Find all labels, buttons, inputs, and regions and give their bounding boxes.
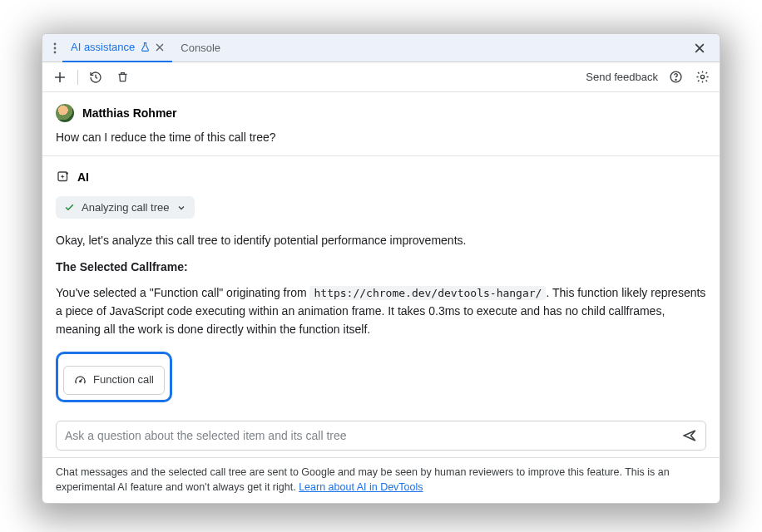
chat-input[interactable]: [65, 429, 682, 442]
devtools-panel: AI assistance Console Send feedback: [42, 33, 720, 504]
check-icon: [64, 202, 75, 213]
svg-point-1: [54, 47, 57, 49]
toolbar: Send feedback: [42, 62, 720, 92]
highlighted-chip-frame: Function call: [56, 352, 172, 401]
help-button[interactable]: [666, 68, 685, 86]
divider: [77, 70, 78, 85]
svg-point-2: [54, 51, 57, 53]
ai-response: Okay, let's analyze this call tree to id…: [56, 232, 706, 402]
gauge-icon: [74, 374, 87, 387]
settings-button[interactable]: [693, 68, 711, 86]
new-chat-button[interactable]: [51, 68, 69, 86]
delete-button[interactable]: [113, 68, 131, 86]
history-button[interactable]: [87, 68, 105, 86]
ai-header: AI: [56, 170, 706, 185]
section-heading: The Selected Callframe:: [56, 260, 188, 273]
svg-point-7: [80, 381, 82, 382]
learn-more-link[interactable]: Learn about AI in DevTools: [299, 481, 423, 493]
user-header: Matthias Rohmer: [56, 104, 706, 122]
flask-icon: [140, 42, 151, 52]
svg-point-5: [700, 75, 704, 78]
separator: [42, 155, 720, 156]
user-message: How can I reduce the time of this call t…: [56, 131, 706, 144]
close-tab-icon[interactable]: [156, 43, 164, 52]
status-text: Analyzing call tree: [82, 201, 170, 214]
svg-point-4: [675, 79, 675, 80]
svg-point-0: [54, 42, 57, 45]
analyzing-chip[interactable]: Analyzing call tree: [56, 196, 195, 219]
avatar: [56, 104, 74, 122]
send-button[interactable]: [682, 428, 697, 443]
tab-label: AI assistance: [71, 41, 135, 53]
sparkle-icon: [56, 170, 71, 185]
ai-label: AI: [77, 170, 89, 184]
code-url: https://chrome.dev/devtools-hangar/: [309, 286, 546, 300]
function-call-chip[interactable]: Function call: [63, 366, 165, 394]
send-feedback-link[interactable]: Send feedback: [586, 71, 658, 83]
tab-strip: AI assistance Console: [42, 34, 720, 62]
tab-ai-assistance[interactable]: AI assistance: [62, 34, 172, 62]
chat-input-row: [56, 421, 706, 451]
disclaimer-footer: Chat messages and the selected call tree…: [42, 457, 720, 503]
user-name: Matthias Rohmer: [82, 106, 177, 120]
ai-body-paragraph: You've selected a "Function call" origin…: [56, 284, 706, 338]
close-panel-icon[interactable]: [695, 43, 715, 53]
tab-console[interactable]: Console: [172, 34, 229, 62]
tab-label: Console: [181, 42, 220, 54]
conversation: Matthias Rohmer How can I reduce the tim…: [42, 92, 720, 411]
more-tabs-icon[interactable]: [47, 42, 62, 54]
chip-label: Function call: [93, 372, 154, 388]
ai-intro: Okay, let's analyze this call tree to id…: [56, 232, 706, 250]
footer-line1: Chat messages and the selected call tree…: [56, 466, 622, 478]
chevron-down-icon: [176, 203, 186, 213]
